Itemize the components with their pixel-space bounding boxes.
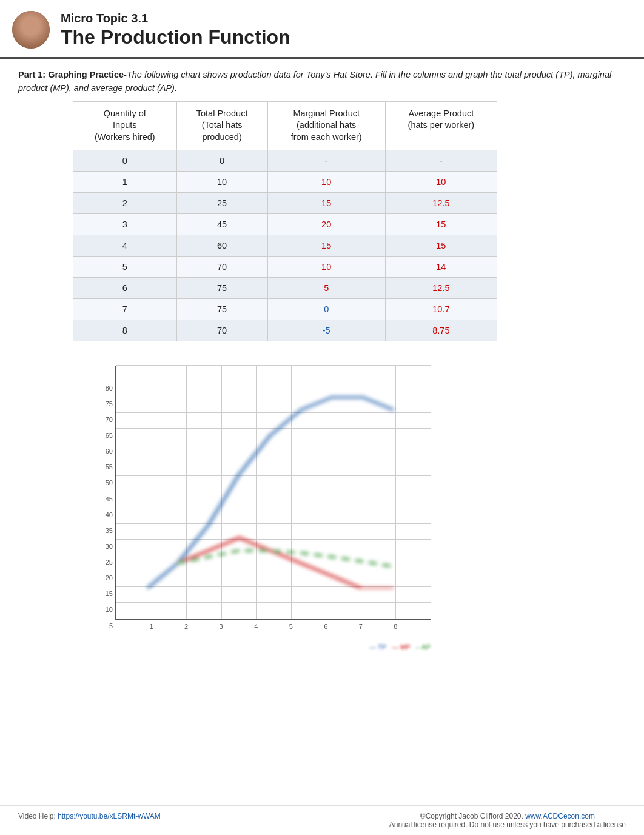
- table-row: 5701014: [73, 256, 497, 277]
- license-text: Annual license required. Do not use unle…: [389, 820, 626, 829]
- table-cell: 4: [73, 235, 177, 256]
- table-cell: -: [267, 150, 385, 171]
- table-cell: 15: [385, 213, 497, 235]
- table-cell: 8.75: [385, 320, 497, 341]
- table-row: 00--: [73, 150, 497, 171]
- table-row: 870-58.75: [73, 320, 497, 341]
- table-cell: 12.5: [385, 192, 497, 213]
- table-cell: 10: [385, 171, 497, 192]
- table-cell: 75: [176, 298, 267, 320]
- table-cell: 2: [73, 192, 177, 213]
- table-cell: 1: [73, 171, 177, 192]
- table-cell: -: [385, 150, 497, 171]
- table-cell: 10.7: [385, 298, 497, 320]
- table-cell: 60: [176, 235, 267, 256]
- avatar: [12, 11, 50, 49]
- table-cell: 25: [176, 192, 267, 213]
- chart-legend: — TP — MP -- AP: [369, 643, 431, 651]
- table-cell: 75: [176, 277, 267, 298]
- table-cell: 15: [267, 192, 385, 213]
- chart-wrapper: 80 75 70 65 60 55 50 45 40 35 30 25 20 1…: [85, 360, 437, 651]
- table-cell: 15: [385, 235, 497, 256]
- table-row: 675512.5: [73, 277, 497, 298]
- chart-svg: [147, 372, 424, 589]
- table-cell: 45: [176, 213, 267, 235]
- footer-copyright: ©Copyright Jacob Clifford 2020. www.ACDC…: [389, 812, 626, 829]
- table-cell: 5: [73, 256, 177, 277]
- col-header-average: Average Product(hats per worker): [385, 101, 497, 150]
- header-subtitle: Micro Topic 3.1: [61, 11, 290, 25]
- table-cell: 7: [73, 298, 177, 320]
- table-cell: 70: [176, 320, 267, 341]
- table-row: 3452015: [73, 213, 497, 235]
- table-cell: 10: [176, 171, 267, 192]
- table-cell: 15: [267, 235, 385, 256]
- data-table-container: Quantity ofInputs(Workers hired) Total P…: [0, 101, 644, 354]
- header-text: Micro Topic 3.1 The Production Function: [61, 11, 290, 49]
- table-cell: 8: [73, 320, 177, 341]
- page-footer: Video Help: https://youtu.be/xLSRMt-wWAM…: [0, 805, 644, 835]
- table-cell: 5: [267, 277, 385, 298]
- table-row: 1101010: [73, 171, 497, 192]
- chart-area: 80 75 70 65 60 55 50 45 40 35 30 25 20 1…: [115, 366, 431, 620]
- footer-video-help: Video Help: https://youtu.be/xLSRMt-wWAM: [18, 812, 161, 820]
- chart-container: 80 75 70 65 60 55 50 45 40 35 30 25 20 1…: [0, 354, 644, 663]
- table-cell: 14: [385, 256, 497, 277]
- production-table: Quantity ofInputs(Workers hired) Total P…: [73, 101, 497, 341]
- table-cell: 0: [267, 298, 385, 320]
- video-help-label: Video Help:: [18, 812, 58, 820]
- header-title: The Production Function: [61, 25, 290, 49]
- table-cell: 20: [267, 213, 385, 235]
- chart-blurred-overlay: [147, 372, 424, 589]
- copyright-link[interactable]: www.ACDCecon.com: [525, 812, 595, 820]
- instructions: Part 1: Graphing Practice-The following …: [0, 59, 644, 101]
- page-header: Micro Topic 3.1 The Production Function: [0, 0, 644, 59]
- table-row: 775010.7: [73, 298, 497, 320]
- table-header-row: Quantity ofInputs(Workers hired) Total P…: [73, 101, 497, 150]
- table-cell: 0: [176, 150, 267, 171]
- col-header-marginal: Marginal Product(additional hatsfrom eac…: [267, 101, 385, 150]
- table-cell: -5: [267, 320, 385, 341]
- table-cell: 12.5: [385, 277, 497, 298]
- table-cell: 10: [267, 171, 385, 192]
- video-help-link[interactable]: https://youtu.be/xLSRMt-wWAM: [58, 812, 161, 820]
- table-cell: 70: [176, 256, 267, 277]
- table-cell: 10: [267, 256, 385, 277]
- table-cell: 3: [73, 213, 177, 235]
- instructions-bold: Part 1: Graphing Practice-: [18, 70, 127, 79]
- table-cell: 0: [73, 150, 177, 171]
- col-header-total: Total Product(Total hatsproduced): [176, 101, 267, 150]
- table-row: 4601515: [73, 235, 497, 256]
- table-cell: 6: [73, 277, 177, 298]
- col-header-quantity: Quantity ofInputs(Workers hired): [73, 101, 177, 150]
- copyright-text: ©Copyright Jacob Clifford 2020.: [420, 812, 523, 820]
- table-row: 2251512.5: [73, 192, 497, 213]
